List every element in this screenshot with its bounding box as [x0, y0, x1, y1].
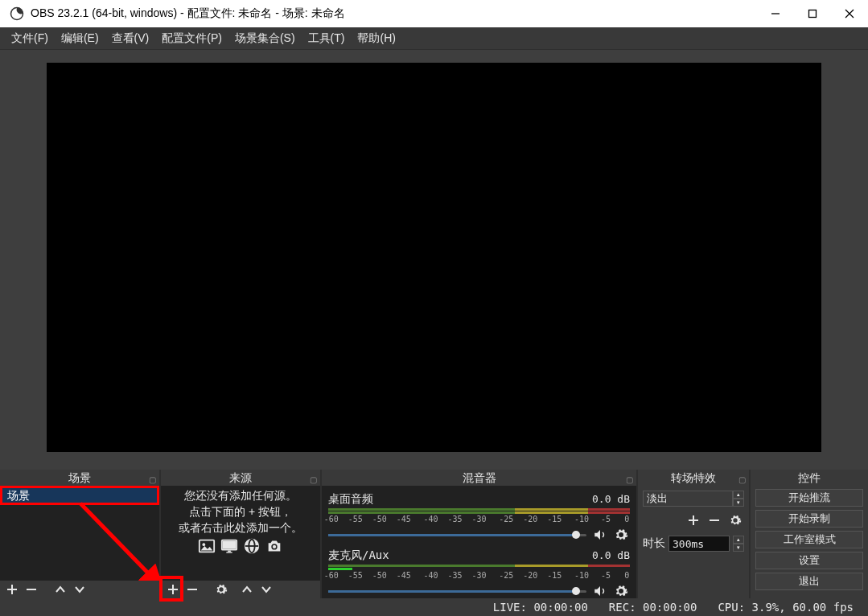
image-icon: [198, 537, 216, 557]
spin-down-icon[interactable]: ▾: [733, 544, 744, 552]
mixer-dock: 混音器▢ 桌面音频 0.0 dB -60-55-50-45-40-35-30-2…: [322, 470, 638, 598]
menubar: 文件(F) 编辑(E) 查看(V) 配置文件(P) 场景集合(S) 工具(T) …: [0, 27, 868, 50]
meter-scale: -60-55-50-45-40-35-30-25-20-15-10-50: [328, 571, 630, 582]
mixer-channel: 麦克风/Aux 0.0 dB -60-55-50-45-40-35-30-25-…: [328, 548, 630, 598]
menu-profile[interactable]: 配置文件(P): [155, 30, 228, 47]
sources-list[interactable]: 您还没有添加任何源。 点击下面的 + 按钮， 或者右击此处添加一个。: [161, 486, 320, 581]
menu-view[interactable]: 查看(V): [105, 30, 156, 47]
transition-add-button[interactable]: [685, 511, 702, 529]
transitions-body: 淡出 ▴▾ 时长 300ms ▴▾: [638, 486, 749, 598]
transitions-dock: 转场特效▢ 淡出 ▴▾ 时长 300ms ▴▾: [638, 470, 751, 598]
settings-button[interactable]: 设置: [755, 552, 863, 569]
statusbar: LIVE: 00:00:00 REC: 00:00:00 CPU: 3.9%, …: [0, 598, 868, 616]
scenes-remove-button[interactable]: [23, 581, 40, 598]
speaker-icon[interactable]: [591, 582, 609, 598]
maximize-button[interactable]: [794, 0, 831, 27]
meter-scale: -60-55-50-45-40-35-30-25-20-15-10-50: [328, 515, 630, 526]
channel-db: 0.0 dB: [592, 493, 630, 505]
select-down-icon[interactable]: ▾: [733, 499, 744, 507]
mixer-channel: 桌面音频 0.0 dB -60-55-50-45-40-35-30-25-20-…: [328, 492, 630, 544]
app-icon: [10, 6, 24, 21]
sources-icon-row: [161, 536, 320, 559]
svg-rect-14: [226, 552, 232, 552]
audio-meter: [328, 508, 630, 515]
close-button[interactable]: [831, 0, 868, 27]
status-rec: REC: 00:00:00: [609, 601, 697, 614]
camera-icon: [265, 537, 283, 557]
globe-icon: [243, 537, 261, 557]
start-stream-button[interactable]: 开始推流: [755, 489, 863, 507]
transition-select[interactable]: 淡出: [643, 491, 733, 507]
titlebar: OBS 23.2.1 (64-bit, windows) - 配置文件: 未命名…: [0, 0, 868, 27]
menu-help[interactable]: 帮助(H): [351, 30, 401, 47]
menu-scene-collection[interactable]: 场景集合(S): [228, 30, 302, 47]
controls-body: 开始推流 开始录制 工作室模式 设置 退出: [751, 486, 868, 598]
mixer-header: 混音器▢: [322, 470, 636, 486]
svg-line-5: [80, 503, 159, 581]
transitions-header: 转场特效▢: [638, 470, 749, 486]
menu-edit[interactable]: 编辑(E): [55, 30, 105, 47]
gear-icon[interactable]: [612, 582, 630, 598]
app-window: OBS 23.2.1 (64-bit, windows) - 配置文件: 未命名…: [0, 0, 868, 616]
svg-point-10: [203, 543, 206, 546]
exit-button[interactable]: 退出: [755, 573, 863, 590]
scenes-up-button[interactable]: [51, 581, 69, 598]
scenes-header: 场景▢: [0, 470, 159, 486]
status-live: LIVE: 00:00:00: [493, 601, 588, 614]
controls-dock: 控件 开始推流 开始录制 工作室模式 设置 退出: [751, 470, 868, 598]
window-title: OBS 23.2.1 (64-bit, windows) - 配置文件: 未命名…: [31, 6, 757, 21]
audio-meter: [328, 565, 630, 571]
studio-mode-button[interactable]: 工作室模式: [755, 531, 863, 548]
volume-slider[interactable]: [328, 585, 586, 597]
sources-tools: [161, 581, 320, 598]
channel-name: 麦克风/Aux: [328, 548, 592, 563]
annotation-arrow: [8, 502, 159, 581]
svg-point-19: [273, 545, 276, 548]
start-record-button[interactable]: 开始录制: [755, 510, 863, 528]
scenes-down-button[interactable]: [71, 581, 88, 598]
sources-remove-button[interactable]: [183, 581, 201, 598]
sources-down-button[interactable]: [257, 581, 275, 598]
duration-label: 时长: [643, 536, 665, 551]
annotation-highlight: [159, 576, 183, 602]
scenes-tools: [0, 581, 159, 598]
status-cpu: CPU: 3.9%, 60.00 fps: [718, 601, 854, 614]
transition-remove-button[interactable]: [706, 511, 723, 529]
menu-file[interactable]: 文件(F): [5, 30, 55, 47]
preview-area: [0, 50, 868, 470]
spin-up-icon[interactable]: ▴: [733, 536, 744, 544]
sources-dock: 来源▢ 您还没有添加任何源。 点击下面的 + 按钮， 或者右击此处添加一个。: [161, 470, 322, 598]
controls-header: 控件: [751, 470, 868, 486]
channel-db: 0.0 dB: [592, 549, 630, 561]
preview-canvas[interactable]: [47, 63, 821, 452]
sources-empty-msg: 您还没有添加任何源。 点击下面的 + 按钮， 或者右击此处添加一个。: [161, 486, 320, 536]
volume-slider[interactable]: [328, 529, 586, 540]
svg-rect-13: [228, 551, 231, 552]
menu-tools[interactable]: 工具(T): [302, 30, 352, 47]
gear-icon[interactable]: [612, 526, 630, 544]
speaker-icon[interactable]: [591, 526, 609, 544]
svg-rect-12: [223, 541, 237, 549]
sources-up-button[interactable]: [238, 581, 256, 598]
minimize-button[interactable]: [757, 0, 794, 27]
svg-rect-2: [809, 10, 817, 18]
select-up-icon[interactable]: ▴: [733, 491, 744, 499]
scenes-dock: 场景▢ 场景: [0, 470, 161, 598]
monitor-icon: [220, 537, 238, 557]
transition-settings-button[interactable]: [726, 511, 744, 529]
scenes-add-button[interactable]: [3, 581, 21, 598]
mixer-body: 桌面音频 0.0 dB -60-55-50-45-40-35-30-25-20-…: [322, 486, 636, 598]
duration-input[interactable]: 300ms: [668, 536, 730, 552]
sources-settings-button[interactable]: [212, 581, 230, 598]
scenes-list[interactable]: 场景: [0, 486, 159, 581]
docks: 场景▢ 场景 来源▢ 您还没有添加任何源。: [0, 470, 868, 598]
scene-item[interactable]: 场景: [0, 486, 159, 505]
sources-header: 来源▢: [161, 470, 320, 486]
channel-name: 桌面音频: [328, 492, 592, 507]
